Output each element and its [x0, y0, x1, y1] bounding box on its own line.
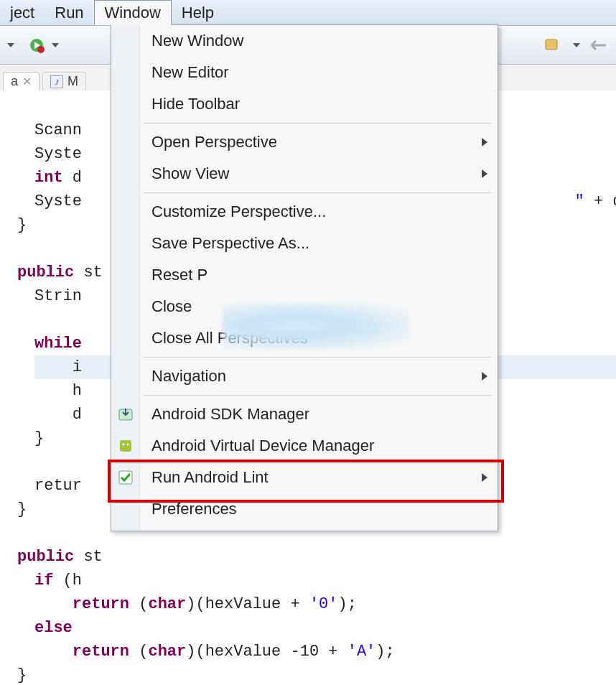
code-line: } [17, 213, 27, 237]
window-menu-dropdown: New Window New Editor Hide Toolbar Open … [111, 24, 498, 531]
menu-run[interactable]: Run [45, 0, 93, 25]
code-line: h [34, 382, 82, 400]
menu-android-sdk-manager[interactable]: Android SDK Manager [111, 399, 498, 430]
tab-label: a [11, 74, 18, 89]
code-line: retur [34, 477, 82, 495]
dropdown-icon[interactable] [52, 43, 59, 47]
code-line: return (char)(hexValue -10 + 'A'); [34, 643, 395, 661]
menu-run-android-lint[interactable]: Run Android Lint [111, 462, 498, 493]
menu-customize-perspective[interactable]: Customize Perspective... [111, 196, 498, 228]
menu-separator [143, 123, 492, 124]
code-line: } [34, 429, 44, 447]
svg-point-2 [37, 46, 45, 53]
code-line: return (char)(hexValue + '0'); [34, 595, 357, 613]
menu-new-editor[interactable]: New Editor [111, 57, 498, 88]
menu-separator [143, 192, 492, 193]
dropdown-icon[interactable] [7, 43, 14, 47]
menu-reset-perspective[interactable]: Reset P [111, 259, 498, 291]
menubar: ject Run Window Help [0, 0, 616, 26]
menu-separator [143, 357, 492, 358]
menu-new-window[interactable]: New Window [111, 25, 498, 57]
menu-hide-toolbar[interactable]: Hide Toolbar [111, 88, 498, 120]
menu-separator [143, 395, 492, 396]
android-avd-icon [117, 437, 134, 455]
menu-preferences[interactable]: Preferences [111, 493, 498, 525]
code-line: if (h [34, 572, 82, 590]
submenu-arrow-icon [482, 138, 487, 146]
svg-point-6 [123, 444, 125, 446]
java-file-icon: J [50, 75, 63, 88]
editor-tab-m[interactable]: J M [42, 72, 86, 90]
code-line: public st [17, 261, 103, 284]
code-line: } [17, 663, 27, 685]
svg-rect-3 [546, 39, 557, 50]
menu-open-perspective[interactable]: Open Perspective [111, 126, 498, 158]
code-line: public st [17, 545, 103, 569]
menu-show-view[interactable]: Show View [111, 158, 498, 190]
code-line: int d [34, 169, 82, 187]
menu-window[interactable]: Window [94, 0, 172, 25]
svg-rect-5 [120, 440, 131, 452]
close-icon[interactable]: ✕ [22, 75, 32, 88]
editor-tab-a[interactable]: a ✕ [3, 72, 39, 90]
run-icon[interactable] [27, 36, 46, 55]
dropdown-icon[interactable] [573, 43, 580, 47]
svg-point-7 [127, 444, 129, 446]
submenu-arrow-icon [482, 372, 487, 381]
code-line: else [34, 619, 73, 637]
android-sdk-icon [117, 406, 134, 423]
blur-smudge-annotation [223, 303, 409, 349]
code-line: Scann [34, 121, 82, 139]
submenu-arrow-icon [482, 473, 487, 482]
toolbar-arrow-icon[interactable] [590, 36, 609, 55]
menu-project[interactable]: ject [0, 0, 45, 25]
menu-save-perspective-as[interactable]: Save Perspective As... [111, 228, 498, 259]
submenu-arrow-icon [482, 169, 487, 178]
toolbar-right-icon[interactable] [543, 36, 561, 55]
code-line: while [34, 335, 82, 353]
code-line: Strin [34, 287, 82, 305]
code-line: } [17, 498, 27, 521]
code-line: d [34, 406, 82, 424]
menu-android-avd-manager[interactable]: Android Virtual Device Manager [111, 430, 498, 462]
menu-navigation[interactable]: Navigation [111, 360, 498, 392]
code-line: Syste [34, 145, 82, 163]
checkbox-green-icon [117, 469, 134, 486]
menu-help[interactable]: Help [172, 0, 224, 25]
tab-label: M [67, 74, 78, 89]
